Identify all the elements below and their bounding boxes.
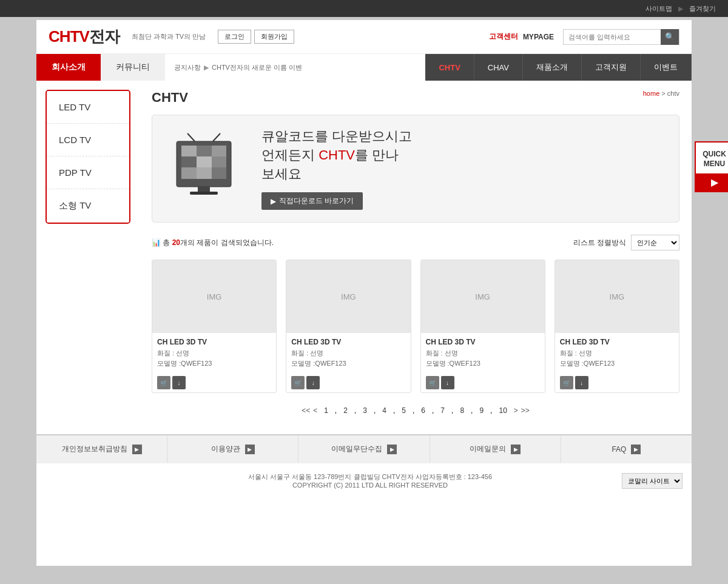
- page-10[interactable]: 10: [495, 405, 510, 416]
- footer-email-collect-arrow: ▶: [387, 445, 397, 454]
- product-info-4: CH LED 3D TV 화질 : 선명 모델명 :QWEF123: [555, 333, 679, 373]
- page-9[interactable]: 9: [476, 405, 487, 416]
- search-button[interactable]: 🔍: [661, 29, 679, 45]
- svg-rect-13: [198, 187, 210, 192]
- footer-bottom-text: 서울시 서울구 서울동 123-789번지 클럽빌딩 CHTV전자 사업자등록번…: [118, 472, 622, 489]
- product-model-3: 모델명 :QWEF123: [426, 358, 540, 369]
- page-8[interactable]: 8: [456, 405, 468, 416]
- footer-nav-email-inquiry[interactable]: 이메일문의 ▶: [430, 435, 561, 463]
- banner-area: 큐알코드를 다운받으시고 언제든지 CHTV를 만나 보세요 ▶ 직접다운로드 …: [152, 115, 679, 223]
- search-icon: 🔍: [665, 32, 675, 41]
- download-button-2[interactable]: ↓: [306, 376, 320, 389]
- page-sep-7: ,: [451, 406, 453, 415]
- download-button-4[interactable]: ↓: [575, 376, 588, 389]
- sidebar-item-led[interactable]: LED TV: [47, 91, 129, 124]
- quick-menu[interactable]: QUICKMENU ▶: [695, 141, 728, 192]
- footer-nav-email-collect[interactable]: 이메일무단수집 ▶: [298, 435, 430, 463]
- top-bar: 사이트맵 ▶ 즐겨찾기: [0, 0, 728, 17]
- footer-faq-label: FAQ: [612, 445, 626, 454]
- footer-site-select: 쿄말리 사이트관련사이트1관련사이트2: [622, 473, 682, 489]
- svg-rect-7: [181, 156, 197, 167]
- product-img-4: IMG: [555, 260, 679, 333]
- cart-button-4[interactable]: 🛒: [560, 376, 573, 389]
- page-4[interactable]: 4: [379, 405, 390, 416]
- svg-rect-14: [190, 192, 218, 195]
- banner-line1: 큐알코드를 다운받으시고: [261, 127, 667, 146]
- footer-nav-terms[interactable]: 이용양관 ▶: [167, 435, 298, 463]
- download-button-3[interactable]: ↓: [441, 376, 454, 389]
- page-next[interactable]: >: [514, 406, 518, 415]
- sort-label: 리스트 정렬방식: [573, 238, 626, 248]
- footer-terms-label: 이용양관: [211, 444, 240, 454]
- page-sep-6: ,: [432, 406, 434, 415]
- search-input[interactable]: [564, 33, 661, 41]
- sitemap-link[interactable]: 사이트맵: [645, 4, 672, 13]
- download-button[interactable]: ▶ 직접다운로드 바로가기: [261, 192, 363, 210]
- footer-email-inquiry-arrow: ▶: [511, 445, 521, 454]
- nav-chav[interactable]: CHAV: [474, 54, 523, 81]
- logo: CHTV전자: [49, 26, 120, 47]
- content-area: LED TV LCD TV PDP TV 소형 TV CHTV home > c…: [36, 81, 692, 434]
- logo-ch: CH: [49, 27, 70, 45]
- cart-button-3[interactable]: 🛒: [426, 376, 439, 389]
- nav-event[interactable]: 이벤트: [641, 54, 692, 81]
- page-sep-1: ,: [335, 406, 337, 415]
- download-arrow-icon: ▶: [271, 197, 276, 206]
- nav-support[interactable]: 고객지원: [582, 54, 641, 81]
- svg-rect-4: [181, 146, 197, 156]
- search-box: 🔍: [563, 29, 679, 45]
- footer-site-dropdown[interactable]: 쿄말리 사이트관련사이트1관련사이트2: [622, 473, 682, 489]
- footer-nav-privacy[interactable]: 개인정보보취급방침 ▶: [36, 435, 167, 463]
- favorites-link[interactable]: 즐겨찾기: [689, 4, 716, 13]
- page-5[interactable]: 5: [398, 405, 410, 416]
- results-count: 20: [172, 238, 180, 247]
- quick-menu-arrow-icon: ▶: [696, 173, 728, 191]
- results-suffix: 개의 제품이 검색되었습니다.: [180, 238, 274, 247]
- product-card-4: IMG CH LED 3D TV 화질 : 선명 모델명 :QWEF123 🛒 …: [554, 260, 679, 393]
- page-next-next[interactable]: >>: [521, 406, 530, 415]
- breadcrumb-arrow: ▶: [204, 64, 209, 72]
- breadcrumb: 공지사항 ▶ CHTV전자의 새로운 이름 이벤: [165, 54, 311, 81]
- page-6[interactable]: 6: [417, 405, 429, 416]
- tv-image: [164, 132, 243, 205]
- sidebar-item-small[interactable]: 소형 TV: [47, 189, 129, 223]
- left-sidebar: LED TV LCD TV PDP TV 소형 TV: [36, 81, 140, 434]
- page-3[interactable]: 3: [359, 405, 371, 416]
- page-2[interactable]: 2: [340, 405, 351, 416]
- page-7[interactable]: 7: [437, 405, 448, 416]
- footer-privacy-label: 개인정보보취급방침: [62, 444, 127, 454]
- svg-line-0: [187, 133, 195, 141]
- page-sep-3: ,: [374, 406, 376, 415]
- cart-button-1[interactable]: 🛒: [157, 376, 170, 389]
- sort-select[interactable]: 인기순최신순가격순: [631, 235, 679, 250]
- product-model-4: 모델명 :QWEF123: [560, 358, 674, 369]
- breadcrumb-home[interactable]: home: [643, 90, 660, 97]
- product-color-1: 화질 : 선명: [157, 348, 271, 358]
- login-button[interactable]: 로그인: [218, 30, 251, 44]
- svg-line-1: [213, 133, 220, 141]
- footer-faq-arrow: ▶: [631, 445, 641, 454]
- svg-rect-5: [197, 146, 212, 156]
- cart-button-2[interactable]: 🛒: [291, 376, 305, 389]
- footer-nav-faq[interactable]: FAQ ▶: [561, 435, 692, 463]
- sidebar-item-pdp[interactable]: PDP TV: [47, 156, 129, 189]
- page-title: CHTV: [152, 90, 188, 106]
- nav-left: 회사소개 커뮤니티 공지사항 ▶ CHTV전자의 새로운 이름 이벤: [36, 54, 311, 81]
- page-prev[interactable]: <: [313, 406, 317, 415]
- product-card-2: IMG CH LED 3D TV 화질 : 선명 모델명 :QWEF123 🛒 …: [286, 260, 411, 393]
- sidebar-item-lcd[interactable]: LCD TV: [47, 124, 129, 156]
- register-button[interactable]: 회원가입: [254, 30, 294, 44]
- nav-company[interactable]: 회사소개: [36, 54, 101, 81]
- footer-copyright: COPYRIGHT (C) 2011 LTD ALL RIGHT RESERVE…: [118, 482, 622, 489]
- page-breadcrumb: home > chtv: [643, 90, 679, 97]
- bullet-icon: 📊: [152, 238, 163, 247]
- nav-product[interactable]: 재품소개: [523, 54, 582, 81]
- nav-chtv[interactable]: CHTV: [425, 54, 474, 81]
- page-prev-prev[interactable]: <<: [302, 406, 310, 415]
- page-sep-8: ,: [471, 406, 473, 415]
- download-button-1[interactable]: ↓: [172, 376, 186, 389]
- product-info-3: CH LED 3D TV 화질 : 선명 모델명 :QWEF123: [421, 333, 545, 373]
- svg-rect-8: [197, 156, 212, 167]
- nav-community[interactable]: 커뮤니티: [101, 54, 165, 81]
- page-1[interactable]: 1: [320, 405, 332, 416]
